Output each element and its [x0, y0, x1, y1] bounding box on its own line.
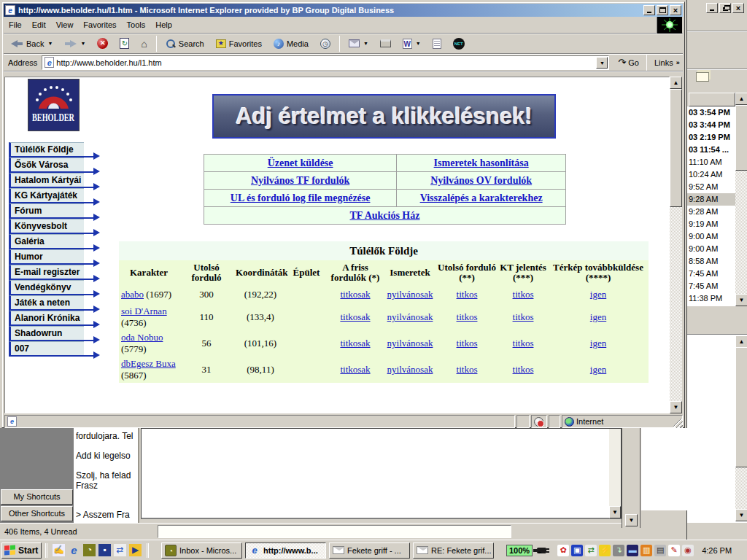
mail-item-time[interactable]: 03 11:54 ... [687, 144, 735, 156]
quick-link[interactable]: Nyilvános OV fordulók [430, 175, 532, 186]
preview-scroll-down-button[interactable]: ▼ [735, 509, 747, 521]
setting-link[interactable]: titkos [513, 364, 534, 375]
mail-button[interactable]: ▼ [343, 35, 374, 52]
mail-item-time[interactable]: 9:00 AM [687, 243, 735, 255]
mail-item-time[interactable]: 03 3:54 PM [687, 106, 735, 119]
ie-close-button[interactable]: × [670, 5, 681, 15]
sidebar-item[interactable]: Játék a neten [9, 295, 102, 311]
discuss-button[interactable] [427, 35, 447, 52]
mail-scroll-thumb[interactable] [735, 105, 747, 171]
setting-link[interactable]: titkos [513, 338, 534, 349]
quick-link[interactable]: UL és forduló log file megnézése [231, 192, 371, 203]
setting-link[interactable]: titkosak [340, 311, 370, 322]
mail-item-time[interactable]: 8:58 AM [687, 255, 735, 268]
character-link[interactable]: dbEgesz Buxa [121, 358, 176, 369]
setting-link[interactable]: igen [590, 338, 606, 349]
ie-maximize-button[interactable] [657, 5, 668, 15]
back-button[interactable]: ⇐Back▼ [5, 35, 58, 52]
setting-link[interactable]: nyilvánosak [387, 338, 433, 349]
setting-link[interactable]: nyilvánosak [387, 364, 433, 375]
edit-button[interactable]: W▼ [397, 35, 427, 52]
print-button[interactable] [374, 35, 397, 52]
sidebar-item[interactable]: Shadowrun [9, 326, 102, 341]
address-input[interactable]: e http://www.beholder.hu/l1.htm ▼ [42, 55, 609, 70]
address-dropdown-button[interactable]: ▼ [596, 57, 608, 69]
mail-item-time[interactable]: 10:24 AM [687, 168, 735, 181]
character-link[interactable]: ababo [121, 289, 144, 300]
quick-link[interactable]: Ismeretek hasonlítása [434, 158, 529, 168]
preview-scroll-thumb[interactable] [735, 347, 747, 467]
mail-item-time[interactable]: 7:45 AM [687, 280, 735, 292]
preview-scroll-up-button[interactable]: ▲ [735, 335, 747, 348]
app-blue-icon[interactable]: ▣ [571, 545, 583, 556]
quick-link[interactable]: TF Aukciós Ház [350, 210, 420, 221]
taskbar-task-mail[interactable]: RE: Fekete grif... [413, 542, 494, 559]
menu-favorites[interactable]: Favorites [78, 18, 121, 31]
show-desktop-icon[interactable]: ✍ [53, 544, 65, 556]
scheduler-icon[interactable]: ⚡ [599, 545, 611, 556]
quick-link[interactable]: Üzenet küldése [268, 158, 333, 168]
sidebar-item[interactable]: Ősök Városa [9, 158, 102, 173]
ie-titlebar[interactable]: e http://www.beholder.hu/l1.htm - Micros… [4, 4, 683, 17]
sidebar-item[interactable]: E-mail regiszter [9, 265, 102, 280]
sidebar-item[interactable]: Könyvesbolt [9, 219, 102, 234]
setting-link[interactable]: titkos [457, 338, 478, 349]
mail-item-time[interactable]: 11:38 PM [687, 292, 735, 305]
setting-link[interactable]: titkos [457, 289, 478, 300]
green-arrows-icon[interactable]: ⇄ [585, 545, 597, 556]
av-icon[interactable]: ✿ [557, 545, 569, 556]
sidebar-item[interactable]: Vendégkönyv [9, 280, 102, 295]
other-shortcuts-button[interactable]: Other Shortcuts [1, 506, 73, 521]
mid-scroll-down-button[interactable]: ▼ [625, 514, 638, 526]
internet-explorer-icon[interactable]: e [68, 544, 80, 556]
menu-tools[interactable]: Tools [122, 18, 151, 31]
forward-button[interactable]: ⇒▼ [58, 35, 91, 52]
links-toolbar[interactable]: Links» [652, 57, 682, 69]
mail-item-time[interactable]: 11:10 AM [687, 156, 735, 168]
scroll-thumb[interactable] [670, 89, 682, 207]
setting-link[interactable]: titkos [513, 311, 534, 322]
history-button[interactable]: ◷ [314, 35, 336, 52]
magnifier-icon[interactable]: ◉ [682, 545, 694, 556]
message-scroll-down-button[interactable]: ▼ [609, 506, 621, 518]
character-link[interactable]: oda Nobuo [121, 332, 163, 343]
menu-view[interactable]: View [51, 18, 79, 31]
printer-icon[interactable]: ▤ [654, 545, 666, 556]
scroll-down-button[interactable]: ▼ [670, 401, 682, 413]
setting-link[interactable]: igen [590, 364, 606, 375]
pen-icon[interactable]: ✎ [668, 545, 680, 556]
setting-link[interactable]: igen [590, 311, 606, 322]
setting-link[interactable]: titkos [457, 311, 478, 322]
stop-button[interactable]: ✕ [91, 35, 114, 52]
setting-link[interactable]: nyilvánosak [387, 289, 433, 300]
floppy-icon[interactable]: ▪ [98, 544, 111, 556]
messenger-button[interactable]: NET [447, 35, 471, 52]
mail-item-time[interactable]: 9:28 AM [687, 193, 735, 206]
taskbar-task-mail[interactable]: Fekete griff - ... [329, 542, 410, 559]
beholder-logo[interactable]: BEHOLDER [28, 79, 80, 131]
sidebar-item[interactable]: Hatalom Kártyái [9, 173, 102, 188]
setting-link[interactable]: nyilvánosak [387, 311, 433, 322]
window-orange-icon[interactable]: ▥ [640, 545, 652, 556]
character-link[interactable]: soi D'Arnan [121, 306, 167, 316]
menu-file[interactable]: File [4, 18, 27, 31]
mail-item-time[interactable]: 9:28 AM [687, 206, 735, 218]
start-button[interactable]: Start [1, 542, 42, 559]
mail-scroll-up-button[interactable]: ▲ [735, 93, 747, 105]
mail-preview-scrollbar[interactable]: ▲ ▼ [735, 335, 747, 521]
menu-help[interactable]: Help [150, 18, 177, 31]
sidebar-item[interactable]: Galéria [9, 234, 102, 249]
setting-link[interactable]: titkosak [340, 364, 370, 375]
mail-scroll-down-button[interactable]: ▼ [735, 294, 747, 306]
media-button[interactable]: ♪Media [268, 35, 314, 52]
my-shortcuts-button[interactable]: My Shortcuts [1, 489, 73, 505]
setting-link[interactable]: titkosak [340, 338, 370, 349]
outlook-restore-button[interactable] [719, 3, 731, 13]
privacy-block-icon[interactable] [534, 417, 543, 427]
display-icon[interactable]: ▬ [627, 545, 638, 556]
go-button[interactable]: ↷Go [614, 55, 643, 69]
refresh-button[interactable]: ↻ [114, 35, 135, 52]
search-button[interactable]: Search [160, 35, 210, 52]
sidebar-item[interactable]: Alanori Krónika [9, 311, 102, 326]
mail-toolbar-icon[interactable] [696, 72, 709, 82]
